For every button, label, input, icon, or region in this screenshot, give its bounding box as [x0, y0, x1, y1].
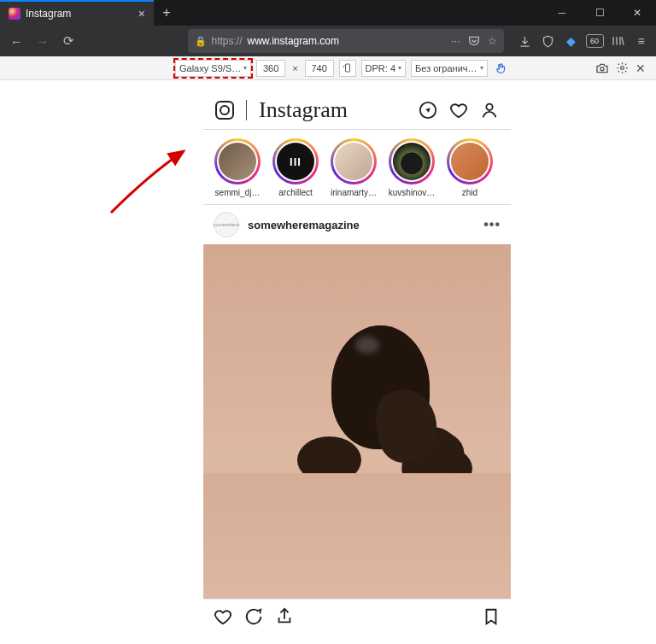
- browser-tab[interactable]: Instagram ×: [0, 0, 154, 26]
- svg-rect-0: [345, 64, 349, 72]
- back-button[interactable]: ←: [7, 31, 26, 51]
- explore-compass-icon[interactable]: [419, 101, 437, 120]
- bookmark-star-icon[interactable]: ☆: [488, 35, 497, 47]
- instagram-header: Instagram: [203, 91, 511, 130]
- chevron-down-icon: ▾: [243, 64, 247, 72]
- throttling-value: Без огранич…: [415, 63, 477, 73]
- device-select-value: Galaxy S9/S…: [179, 63, 241, 73]
- story-item[interactable]: zhid: [446, 138, 494, 197]
- screenshot-button[interactable]: [595, 62, 609, 74]
- device-select[interactable]: Galaxy S9/S… ▾: [175, 60, 251, 77]
- rotate-orientation-button[interactable]: [339, 60, 356, 77]
- profile-icon[interactable]: [480, 101, 499, 120]
- activity-heart-icon[interactable]: [449, 101, 468, 120]
- stories-tray[interactable]: semmi_dj… III archillect irinamarty… kuv…: [203, 130, 511, 205]
- story-item[interactable]: III archillect: [272, 138, 319, 197]
- viewport-height-input[interactable]: 740: [305, 60, 334, 77]
- story-label: zhid: [462, 188, 477, 197]
- comment-icon[interactable]: [244, 607, 263, 626]
- story-item[interactable]: semmi_dj…: [214, 138, 261, 197]
- story-label: irinamarty…: [331, 188, 377, 197]
- story-label: kuvshinov…: [389, 188, 435, 197]
- minimize-button[interactable]: ─: [543, 0, 581, 26]
- close-window-button[interactable]: ✕: [618, 0, 656, 26]
- extension-diamond-icon[interactable]: ◆: [563, 32, 579, 50]
- menu-icon[interactable]: ≡: [633, 32, 649, 50]
- tab-favicon: [9, 8, 20, 20]
- post-author-avatar[interactable]: somewhere: [214, 212, 239, 237]
- library-icon[interactable]: [611, 32, 627, 50]
- share-icon[interactable]: [275, 607, 294, 626]
- lock-icon: 🔒: [195, 36, 207, 47]
- svg-point-2: [621, 67, 624, 70]
- downloads-icon[interactable]: [518, 32, 534, 50]
- story-avatar: III: [277, 143, 314, 180]
- content-stage: Instagram semmi_dj… III archillect: [0, 80, 656, 644]
- chevron-down-icon: ▾: [398, 64, 401, 72]
- svg-point-1: [600, 67, 604, 70]
- window-controls: ─ ☐ ✕: [543, 0, 656, 26]
- bookmark-icon[interactable]: [482, 607, 501, 626]
- story-item[interactable]: irinamarty…: [330, 138, 378, 197]
- device-viewport: Instagram semmi_dj… III archillect: [203, 91, 511, 633]
- story-avatar: [335, 143, 372, 180]
- story-label: archillect: [278, 188, 312, 197]
- post-author-username[interactable]: somewheremagazine: [248, 219, 360, 231]
- viewport-width-input[interactable]: 360: [256, 60, 285, 77]
- divider: [246, 100, 247, 120]
- browser-toolbar: ← → ⟳ 🔒 https://www.instagram.com ··· ☆ …: [0, 26, 656, 56]
- tab-close-button[interactable]: ×: [138, 7, 145, 20]
- story-avatar: [393, 143, 430, 180]
- throttling-select[interactable]: Без огранич… ▾: [411, 60, 488, 77]
- dpr-select[interactable]: DPR: 4 ▾: [361, 60, 406, 77]
- story-label: semmi_dj…: [215, 188, 261, 197]
- story-item[interactable]: kuvshinov…: [388, 138, 436, 197]
- forward-button[interactable]: →: [33, 31, 53, 51]
- like-heart-icon[interactable]: [214, 607, 232, 626]
- touch-simulation-button[interactable]: [493, 60, 510, 77]
- adblock-badge[interactable]: 60: [586, 34, 604, 48]
- post-image[interactable]: [203, 244, 511, 599]
- chevron-down-icon: ▾: [480, 64, 483, 72]
- reload-button[interactable]: ⟳: [59, 31, 79, 51]
- camera-icon[interactable]: [215, 101, 234, 120]
- settings-gear-icon[interactable]: [616, 61, 629, 74]
- post-more-button[interactable]: •••: [483, 217, 501, 232]
- dpr-value: DPR: 4: [366, 63, 395, 73]
- new-tab-button[interactable]: +: [154, 0, 179, 26]
- window-titlebar: Instagram × + ─ ☐ ✕: [0, 0, 656, 26]
- url-input[interactable]: 🔒 https://www.instagram.com ··· ☆: [188, 29, 504, 53]
- page-actions-ellipsis[interactable]: ···: [451, 35, 460, 47]
- svg-point-4: [486, 103, 492, 109]
- post-header: somewhere somewheremagazine •••: [203, 205, 511, 244]
- instagram-logo[interactable]: Instagram: [259, 97, 348, 123]
- maximize-button[interactable]: ☐: [581, 0, 618, 26]
- close-responsive-mode-button[interactable]: ✕: [636, 61, 646, 75]
- annotation-arrow: [102, 144, 205, 221]
- shield-icon[interactable]: [540, 32, 556, 50]
- post-action-bar: [203, 599, 511, 633]
- story-avatar: [219, 143, 256, 180]
- responsive-design-toolbar: Galaxy S9/S… ▾ 360 × 740 DPR: 4 ▾ Без ог…: [0, 56, 656, 80]
- feed-post: somewhere somewheremagazine •••: [203, 205, 511, 633]
- tab-title: Instagram: [26, 8, 71, 20]
- reader-pocket-icon[interactable]: [467, 34, 481, 48]
- url-domain: www.instagram.com: [248, 35, 339, 47]
- url-scheme: https://: [212, 35, 243, 47]
- story-avatar: [451, 143, 489, 180]
- dimension-separator: ×: [290, 63, 299, 73]
